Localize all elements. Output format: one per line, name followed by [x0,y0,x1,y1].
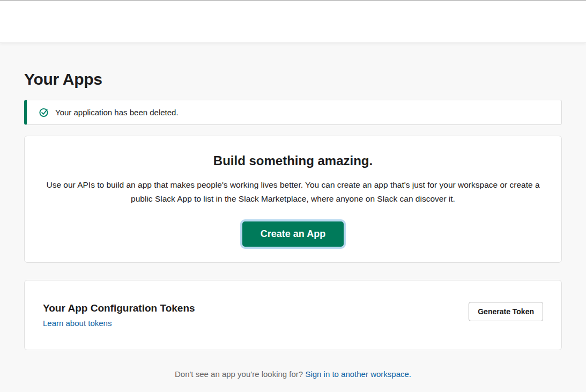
tokens-card-text: Your App Configuration Tokens Learn abou… [43,302,195,328]
main-content: Your Apps Your application has been dele… [24,70,562,379]
sign-in-another-workspace-link[interactable]: Sign in to another workspace. [305,369,411,379]
footer-note: Don't see an app you're looking for? Sig… [24,369,562,379]
generate-token-button[interactable]: Generate Token [469,302,543,321]
build-card-description: Use our APIs to build an app that makes … [44,178,542,206]
config-tokens-card: Your App Configuration Tokens Learn abou… [24,280,562,350]
tokens-card-heading: Your App Configuration Tokens [43,302,195,314]
footer-text: Don't see an app you're looking for? [175,369,305,379]
create-app-button[interactable]: Create an App [242,221,344,247]
check-circle-icon [39,107,49,117]
alert-message: Your application has been deleted. [55,108,179,117]
build-something-card: Build something amazing. Use our APIs to… [24,136,562,263]
learn-about-tokens-link[interactable]: Learn about tokens [43,319,112,328]
success-alert: Your application has been deleted. [24,100,562,125]
page-header [0,0,586,43]
build-card-heading: Build something amazing. [44,153,542,168]
page-title: Your Apps [24,70,562,88]
